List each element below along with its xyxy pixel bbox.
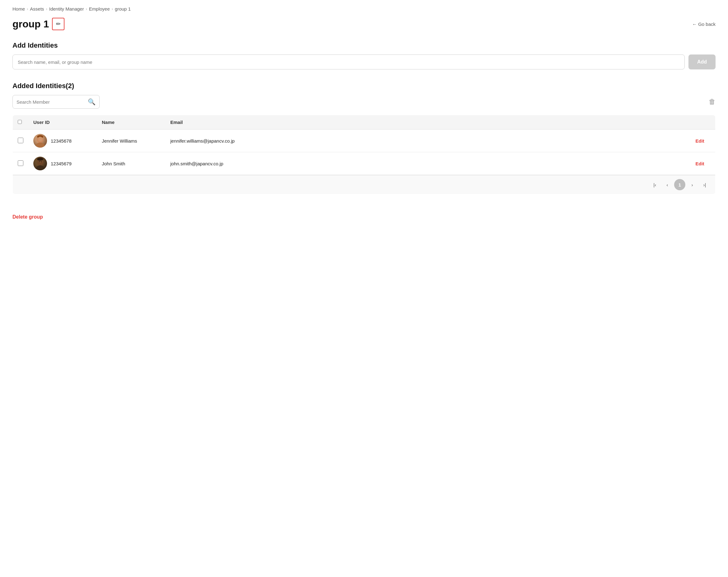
row-1-email: jennifer.williams@japancv.co.jp <box>165 130 691 152</box>
page-title-area: group 1 ✏ <box>12 18 64 30</box>
add-identity-search-input[interactable] <box>12 54 685 70</box>
row-2-avatar <box>33 157 47 170</box>
svg-point-1 <box>37 136 43 142</box>
row-2-action-cell: Edit <box>691 152 716 175</box>
member-search-box: 🔍 <box>12 95 100 109</box>
row-2-checkbox[interactable] <box>18 160 23 166</box>
row-1-edit-link[interactable]: Edit <box>696 138 704 143</box>
breadcrumb-employee[interactable]: Employee <box>89 6 110 11</box>
pagination-page-1-button[interactable]: 1 <box>674 179 685 190</box>
add-identities-title: Add Identities <box>12 42 716 50</box>
member-search-button[interactable]: 🔍 <box>88 98 96 106</box>
th-email: Email <box>165 115 691 130</box>
add-identities-row: Add <box>12 54 716 70</box>
search-icon: 🔍 <box>88 98 96 105</box>
row-1-name: Jennifer Williams <box>97 130 165 152</box>
added-identities-title: Added Identities(2) <box>12 82 716 90</box>
pagination-row: |‹ ‹ 1 › ›| <box>13 175 716 194</box>
breadcrumb: Home › Assets › Identity Manager › Emplo… <box>12 6 716 11</box>
member-search-input[interactable] <box>17 99 85 105</box>
breadcrumb-sep-2: › <box>46 6 47 11</box>
go-back-link[interactable]: ← Go back <box>692 22 716 27</box>
th-name: Name <box>97 115 165 130</box>
identities-table: User ID Name Email <box>12 115 716 194</box>
svg-point-0 <box>35 142 45 148</box>
row-1-user-id-cell: 12345678 <box>28 130 97 152</box>
breadcrumb-sep-4: › <box>112 6 113 11</box>
th-user-id: User ID <box>28 115 97 130</box>
row-2-email: john.smith@japancv.co.jp <box>165 152 691 175</box>
svg-point-13 <box>41 162 42 163</box>
row-1-checkbox-cell <box>13 130 29 152</box>
svg-point-12 <box>38 162 40 163</box>
pagination-first-button[interactable]: |‹ <box>649 179 660 190</box>
svg-point-3 <box>39 138 40 139</box>
select-all-checkbox[interactable] <box>18 120 22 124</box>
breadcrumb-sep-3: › <box>86 6 87 11</box>
row-1-action-cell: Edit <box>691 130 716 152</box>
svg-point-6 <box>35 165 45 170</box>
delete-group-button[interactable]: Delete group <box>12 214 43 220</box>
table-row: 12345679 John Smith john.smith@japancv.c… <box>13 152 716 175</box>
add-identity-button[interactable]: Add <box>688 54 716 70</box>
row-1-checkbox[interactable] <box>18 138 23 143</box>
th-action <box>691 115 716 130</box>
svg-point-10 <box>41 161 42 162</box>
svg-point-5 <box>37 135 43 138</box>
edit-group-name-button[interactable]: ✏ <box>52 18 64 30</box>
breadcrumb-identity-manager[interactable]: Identity Manager <box>49 6 84 11</box>
pencil-icon: ✏ <box>56 21 61 27</box>
th-checkbox <box>13 115 29 130</box>
svg-point-9 <box>39 161 40 162</box>
pagination-last-button[interactable]: ›| <box>699 179 710 190</box>
pagination: |‹ ‹ 1 › ›| <box>13 175 715 194</box>
svg-point-4 <box>41 138 42 139</box>
row-2-name: John Smith <box>97 152 165 175</box>
added-identities-section: Added Identities(2) 🔍 🗑 User ID Name Ema… <box>12 82 716 194</box>
page-title: group 1 <box>12 18 49 30</box>
row-2-user-id-cell: 12345679 <box>28 152 97 175</box>
row-1-user-id: 12345678 <box>51 138 72 143</box>
row-2-edit-link[interactable]: Edit <box>696 161 704 166</box>
pagination-prev-button[interactable]: ‹ <box>662 179 673 190</box>
pagination-next-button[interactable]: › <box>686 179 698 190</box>
table-header-row: User ID Name Email <box>13 115 716 130</box>
row-2-checkbox-cell <box>13 152 29 175</box>
breadcrumb-sep-1: › <box>27 6 28 11</box>
member-search-row: 🔍 🗑 <box>12 95 716 109</box>
svg-point-2 <box>38 137 42 141</box>
row-2-user-id: 12345679 <box>51 161 72 166</box>
page-header: group 1 ✏ ← Go back <box>12 18 716 30</box>
breadcrumb-current: group 1 <box>115 6 131 11</box>
table-row: 12345678 Jennifer Williams jennifer.will… <box>13 130 716 152</box>
add-identities-section: Add Identities Add <box>12 42 716 70</box>
breadcrumb-home[interactable]: Home <box>12 6 25 11</box>
svg-point-11 <box>37 158 43 161</box>
row-1-avatar <box>33 134 47 148</box>
delete-selected-button[interactable]: 🗑 <box>709 98 716 106</box>
breadcrumb-assets[interactable]: Assets <box>30 6 44 11</box>
